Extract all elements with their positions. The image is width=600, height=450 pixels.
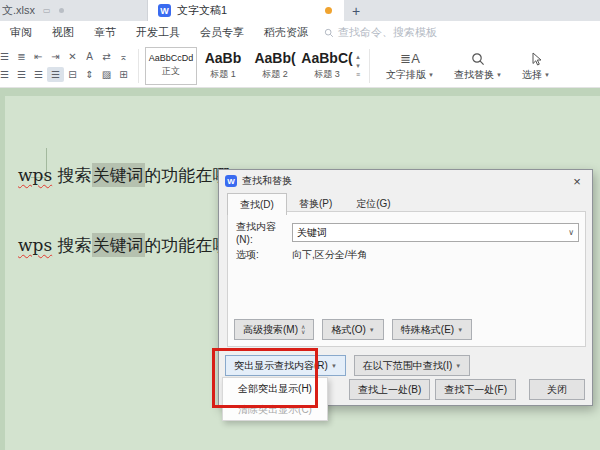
tab-label: 文.xlsx: [2, 3, 35, 18]
menu-item-clear-highlight: 清除突出显示(C): [223, 399, 327, 420]
scroll-down-icon[interactable]: ▾: [356, 61, 360, 70]
expand-icon: ∧∨: [301, 325, 305, 335]
find-next-button[interactable]: 查找下一处(F): [435, 379, 516, 400]
format-button[interactable]: 格式(O) ▼: [322, 319, 383, 340]
ribbon-toolbar: ☰ ≣ ⇤ ⇥ ✕ A ⇄ ⌅ ☰ ☰ ☰ ☰ ⊟ ⇕ ▨ ⊞: [0, 44, 600, 88]
line-spacing-icon[interactable]: ⇕: [81, 67, 98, 82]
style-label: 正文: [162, 65, 180, 78]
button-label: 查找下一处(F): [444, 383, 507, 397]
highlight-dropdown-menu: 全部突出显示(H) 清除突出显示(C): [222, 377, 328, 421]
menu-developer[interactable]: 开发工具: [136, 25, 180, 40]
menu-section[interactable]: 章节: [94, 25, 116, 40]
special-format-button[interactable]: 特殊格式(E) ▼: [392, 319, 472, 340]
caret-down-icon: ▼: [331, 363, 337, 369]
search-placeholder: 查找命令、搜索模板: [338, 25, 437, 40]
style-normal[interactable]: AaBbCcDd 正文: [145, 47, 197, 85]
dialog-tabs: 查找(D) 替换(P) 定位(G): [227, 193, 403, 215]
button-label: 关闭: [547, 383, 567, 397]
dialog-title-bar[interactable]: W 查找和替换: [219, 170, 592, 192]
style-heading1[interactable]: AaBb 标题 1: [197, 47, 249, 85]
options-label: 选项:: [236, 248, 292, 262]
style-preview: AaBbC(: [301, 50, 352, 66]
cursor-icon: [529, 50, 542, 68]
close-button[interactable]: 关闭: [529, 379, 585, 400]
align-right-icon[interactable]: ☰: [30, 67, 47, 82]
device-icon: ▭: [43, 6, 51, 15]
tab-replace[interactable]: 替换(P): [287, 193, 344, 215]
style-gallery-scroll[interactable]: ▴ ▾ ≡: [353, 47, 363, 85]
advanced-search-button[interactable]: 高级搜索(M) ∧∨: [234, 319, 314, 340]
options-value: 向下,区分全/半角: [292, 248, 368, 262]
button-label: 在以下范围中查找(I): [363, 359, 452, 373]
align-left-icon[interactable]: ☰: [0, 67, 13, 82]
scroll-up-icon[interactable]: ▴: [356, 52, 360, 61]
document-tab-bar: 文.xlsx ▭ W 文字文稿1 +: [0, 0, 600, 21]
adjust-width-icon[interactable]: ✕: [64, 49, 81, 64]
style-gallery: AaBbCcDd 正文 AaBb 标题 1 AaBb( 标题 2 AaBbC( …: [145, 47, 363, 85]
doc-text: 的功能在哪: [145, 235, 230, 255]
magnifier-icon: [471, 50, 485, 68]
style-heading3[interactable]: AaBbC( 标题 3: [301, 47, 353, 85]
numbered-list-icon[interactable]: ≣: [13, 49, 30, 64]
menu-item-highlight-all[interactable]: 全部突出显示(H): [223, 378, 327, 399]
find-in-scope-button[interactable]: 在以下范围中查找(I) ▼: [354, 355, 470, 376]
button-label: 特殊格式(E): [401, 323, 454, 337]
gallery-menu-icon[interactable]: ≡: [356, 70, 360, 79]
dialog-title: 查找和替换: [242, 174, 292, 188]
highlight-find-content-button[interactable]: 突出显示查找内容(R) ▼: [225, 355, 346, 376]
caret-down-icon: ▼: [428, 72, 434, 78]
wps-logo-icon: W: [225, 175, 237, 187]
doc-text: 搜索: [52, 235, 91, 255]
dialog-close-button[interactable]: ×: [562, 170, 592, 192]
decrease-indent-icon[interactable]: ⇤: [30, 49, 47, 64]
distribute-icon[interactable]: ⊟: [64, 67, 81, 82]
find-replace-tool[interactable]: 查找替换▼: [454, 46, 502, 86]
tool-label: 选择: [522, 68, 542, 82]
phonetic-guide-icon[interactable]: A: [81, 49, 98, 64]
align-center-icon[interactable]: ☰: [13, 67, 30, 82]
border-icon[interactable]: ⊞: [115, 67, 132, 82]
find-previous-button[interactable]: 查找上一处(B): [349, 379, 430, 400]
menu-docer[interactable]: 稻壳资源: [264, 25, 308, 40]
menu-view[interactable]: 视图: [52, 25, 74, 40]
wps-window: 文.xlsx ▭ W 文字文稿1 + 审阅 视图 章节 开发工具 会员专享 稻壳…: [0, 0, 600, 450]
tab-find[interactable]: 查找(D): [227, 193, 287, 215]
doc-text: 的功能在哪: [145, 165, 230, 185]
find-what-label: 查找内容(N):: [236, 220, 292, 245]
style-label: 标题 1: [210, 68, 236, 81]
caret-down-icon: ▼: [455, 363, 461, 369]
menu-member[interactable]: 会员专享: [200, 25, 244, 40]
button-label: 突出显示查找内容(R): [234, 359, 328, 373]
search-icon: [324, 28, 334, 38]
toolbar-separator: [138, 49, 139, 83]
spellcheck-word: wps: [18, 235, 52, 255]
caret-down-icon: ▼: [496, 72, 502, 78]
increase-indent-icon[interactable]: ⇥: [47, 49, 64, 64]
style-label: 标题 3: [314, 68, 340, 81]
chevron-down-icon[interactable]: ∨: [568, 228, 574, 237]
shading-icon[interactable]: ▨: [98, 67, 115, 82]
find-replace-dialog: W 查找和替换 × 查找(D) 替换(P) 定位(G) 查找内容(N): 关键词…: [218, 169, 593, 406]
caret-down-icon: ▼: [544, 72, 550, 78]
style-label: 标题 2: [262, 68, 288, 81]
tab-goto[interactable]: 定位(G): [344, 193, 402, 215]
paragraph-icon-grid: ☰ ≣ ⇤ ⇥ ✕ A ⇄ ⌅ ☰ ☰ ☰ ☰ ⊟ ⇕ ▨ ⊞: [0, 49, 132, 82]
justify-icon[interactable]: ☰: [47, 67, 64, 82]
new-tab-button[interactable]: +: [344, 0, 368, 21]
menu-review[interactable]: 审阅: [10, 25, 32, 40]
bullet-list-icon[interactable]: ☰: [0, 49, 13, 64]
document-line: wps 搜索关键词的功能在哪: [18, 234, 230, 257]
command-search-input[interactable]: 查找命令、搜索模板: [324, 25, 437, 40]
text-layout-tool[interactable]: ≣A 文字排版▼: [386, 46, 434, 86]
find-what-combobox[interactable]: 关键词 ∨: [292, 223, 579, 242]
button-label: 查找上一处(B): [358, 383, 421, 397]
button-label: 格式(O): [331, 323, 365, 337]
tab-text-document-active[interactable]: W 文字文稿1: [148, 0, 344, 21]
style-heading2[interactable]: AaBb( 标题 2: [249, 47, 301, 85]
doc-text: 搜索: [52, 165, 91, 185]
ruler-icon[interactable]: ⌅: [115, 49, 132, 64]
text-direction-icon[interactable]: ⇄: [98, 49, 115, 64]
select-tool[interactable]: 选择▼: [522, 46, 550, 86]
tab-spreadsheet[interactable]: 文.xlsx ▭: [0, 0, 148, 21]
style-preview: AaBb(: [254, 50, 295, 66]
